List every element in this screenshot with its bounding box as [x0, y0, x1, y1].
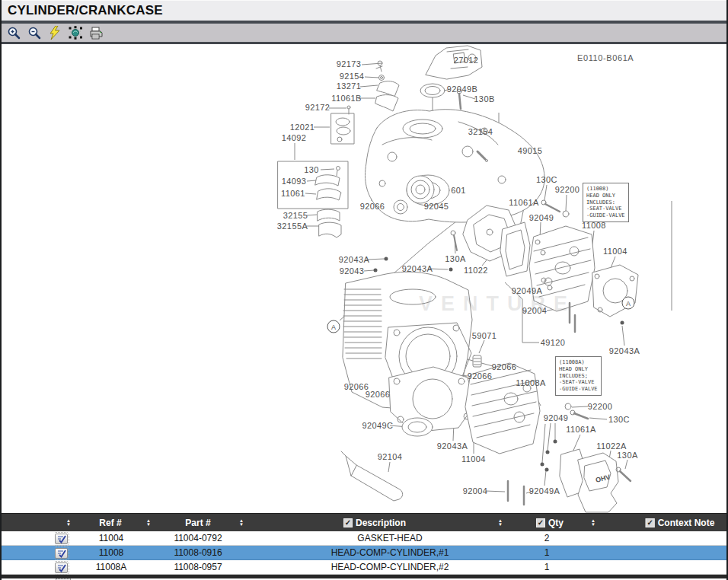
cell-context-note [611, 546, 725, 560]
part-label-130C[interactable]: 130C [536, 175, 557, 184]
table-row-11008[interactable]: 1100811008-0916HEAD-COMP-CYLINDER,#11 [2, 546, 726, 560]
watermark: VENTURE [419, 292, 576, 316]
part-dot [546, 451, 550, 454]
column-checkbox[interactable]: ✓ [536, 518, 545, 527]
part-label-92200[interactable]: 92200 [555, 185, 580, 194]
row-select-icon[interactable] [55, 548, 68, 559]
part-label-92049A[interactable]: 92049A [512, 286, 542, 295]
part-label-92004[interactable]: 92004 [522, 306, 548, 315]
part-label-92043A[interactable]: 92043A [437, 441, 468, 451]
zoom-in-icon [7, 26, 21, 40]
cell-qty: 2 [509, 531, 585, 546]
part-label-32155[interactable]: 32155 [283, 211, 308, 220]
part-label-92172[interactable]: 92172 [305, 103, 330, 112]
part-label-12021[interactable]: 12021 [290, 123, 315, 132]
sort-arrows-icon[interactable]: ▲▼ [66, 519, 71, 527]
table-row-11008A[interactable]: 11008A11008-0957HEAD-COMP-CYLINDER,#21 [2, 560, 726, 575]
hotspot-select-button[interactable] [68, 25, 83, 40]
cell-description: GASKET-HEAD [253, 531, 527, 546]
part-label-32155A[interactable]: 32155A [277, 221, 308, 231]
part-label-11022[interactable]: 11022 [464, 266, 488, 275]
part-label-11061A[interactable]: 11061A [509, 198, 539, 207]
part-label-11008A[interactable]: 11008A [516, 378, 546, 387]
title-bar: CYLINDER/CRANKCASE [2, 0, 726, 21]
part-dot [621, 321, 624, 325]
part-label-14092[interactable]: 14092 [282, 133, 307, 142]
part-label-92066[interactable]: 92066 [360, 202, 385, 211]
column-header-qty[interactable]: ✓Qty [536, 518, 564, 528]
part-dot [554, 440, 557, 444]
part-label-130[interactable]: 130 [304, 165, 319, 174]
part-label-92104[interactable]: 92104 [378, 452, 403, 461]
part-label-11061[interactable]: 11061 [281, 189, 305, 198]
part-label-11061A[interactable]: 11061A [566, 425, 596, 434]
sort-arrows-icon[interactable]: ▲▼ [146, 519, 151, 527]
part-label-11004[interactable]: 11004 [461, 454, 486, 464]
part-dot [541, 463, 544, 467]
column-header-ref-[interactable]: Ref # [99, 518, 121, 528]
cell-description: HEAD-COMP-CYLINDER,#1 [253, 546, 527, 560]
part-dot [385, 257, 388, 261]
part-label-92066[interactable]: 92066 [366, 390, 391, 399]
view-ref-marker-A: A [327, 320, 340, 333]
part-label-11008[interactable]: 11008 [582, 221, 606, 230]
part-label-13271[interactable]: 13271 [337, 81, 362, 91]
leader-line [566, 195, 567, 211]
column-header-part-[interactable]: Part # [185, 518, 210, 528]
part-label-92066[interactable]: 92066 [468, 371, 493, 381]
row-select-icon[interactable] [55, 534, 68, 544]
leader-line [364, 270, 374, 271]
cell-qty: 1 [509, 560, 585, 575]
flash-view-button[interactable] [47, 25, 62, 40]
part-label-92049[interactable]: 92049 [529, 213, 554, 222]
sort-arrows-icon[interactable]: ▲▼ [498, 519, 503, 527]
part-label-92043A[interactable]: 92043A [402, 264, 433, 273]
cell-context-note [611, 560, 725, 575]
column-header-context-note[interactable]: ✓Context Note [646, 518, 715, 528]
cell-ref: 11008 [73, 546, 149, 560]
part-label-92049B[interactable]: 92049B [447, 84, 477, 94]
part-label-92004[interactable]: 92004 [463, 486, 488, 496]
part-label-14093[interactable]: 14093 [282, 177, 307, 186]
table-row-11004[interactable]: 1100411004-0792GASKET-HEAD2 [2, 531, 726, 546]
sort-arrows-icon[interactable]: ▲▼ [591, 519, 595, 527]
column-header-description[interactable]: ✓Description [343, 518, 406, 528]
row-select-icon[interactable] [55, 562, 68, 573]
cell-ref: 11008A [73, 560, 149, 575]
part-label-59071[interactable]: 59071 [472, 331, 497, 340]
zoom-out-button[interactable] [27, 25, 42, 40]
part-label-32154[interactable]: 32154 [468, 127, 493, 136]
column-checkbox[interactable]: ✓ [343, 518, 353, 527]
part-label-130B[interactable]: 130B [474, 94, 494, 104]
part-label-92043[interactable]: 92043 [340, 266, 365, 276]
column-checkbox[interactable]: ✓ [646, 518, 655, 527]
sort-arrows-icon[interactable]: ▲▼ [239, 519, 244, 527]
page-title: CYLINDER/CRANKCASE [8, 3, 163, 18]
part-label-92045[interactable]: 92045 [424, 202, 449, 211]
part-label-49120[interactable]: 49120 [541, 338, 566, 347]
part-label-27012[interactable]: 27012 [454, 56, 479, 65]
part-label-130A[interactable]: 130A [617, 451, 637, 460]
cell-context-note [611, 531, 725, 546]
print-button[interactable] [88, 25, 104, 40]
part-label-130C[interactable]: 130C [608, 415, 630, 424]
part-label-92066[interactable]: 92066 [492, 362, 517, 371]
part-label-92154[interactable]: 92154 [340, 72, 365, 81]
part-label-92173[interactable]: 92173 [337, 59, 362, 69]
part-label-92043A[interactable]: 92043A [609, 346, 640, 355]
part-label-92049[interactable]: 92049 [544, 413, 569, 422]
part-label-92043A[interactable]: 92043A [339, 255, 369, 264]
part-label-601[interactable]: 601 [451, 186, 466, 195]
part-label-49015[interactable]: 49015 [518, 146, 543, 155]
part-label-92049A[interactable]: 92049A [529, 486, 560, 496]
leader-line [360, 85, 378, 87]
part-label-11004[interactable]: 11004 [603, 247, 627, 256]
part-label-130A[interactable]: 130A [445, 254, 465, 263]
part-label-11061B[interactable]: 11061B [331, 94, 362, 103]
part-label-92049C[interactable]: 92049C [362, 421, 394, 430]
part-label-11022A[interactable]: 11022A [596, 441, 627, 451]
part-label-92200[interactable]: 92200 [588, 402, 613, 411]
zoom-in-button[interactable] [6, 25, 21, 40]
note-box-2: (11008A)HEAD ONLYINCLUDES;-SEAT-VALVE-GU… [555, 356, 602, 396]
part-dot [545, 468, 549, 472]
